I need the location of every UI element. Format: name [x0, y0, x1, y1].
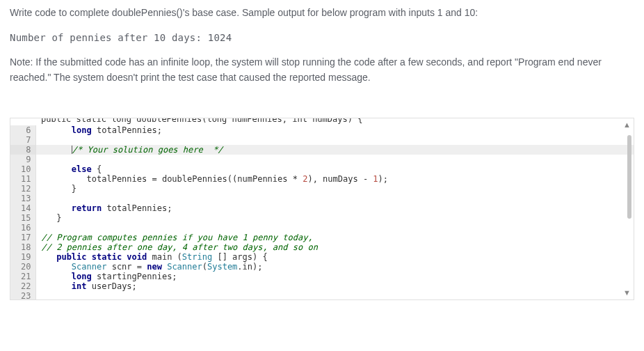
code-line[interactable]: 20 Scanner scnr = new Scanner(System.in)… — [10, 262, 634, 272]
line-content[interactable]: Scanner scnr = new Scanner(System.in); — [35, 262, 634, 272]
line-content[interactable]: public static void main (String [] args)… — [35, 252, 634, 262]
code-line[interactable]: 8 /* Your solution goes here */ — [10, 145, 634, 155]
line-number: 14 — [10, 203, 35, 213]
line-content[interactable] — [35, 155, 634, 164]
code-line[interactable]: 21 long startingPennies; — [10, 272, 634, 281]
line-number: 7 — [10, 135, 35, 145]
code-token: [] args) { — [217, 252, 267, 262]
line-content[interactable]: return totalPennies; — [35, 203, 634, 213]
code-token: long — [72, 272, 92, 281]
code-token: 1 — [373, 174, 378, 184]
line-content[interactable]: /* Your solution goes here */ — [35, 145, 634, 155]
code-token: main — [152, 252, 172, 262]
code-line[interactable]: 18// 2 pennies after one day, 4 after tw… — [10, 242, 634, 252]
line-content[interactable] — [35, 291, 634, 299]
line-number: 20 — [10, 262, 35, 272]
line-number: 16 — [10, 223, 35, 233]
line-number: 23 — [10, 291, 35, 299]
code-line[interactable]: 13 — [10, 194, 634, 203]
line-content[interactable]: long startingPennies; — [35, 272, 634, 281]
note-text: Note: If the submitted code has an infin… — [10, 55, 634, 85]
line-number: 18 — [10, 242, 35, 252]
code-token: } — [72, 184, 77, 194]
code-line[interactable]: 9 — [10, 155, 634, 164]
chevron-down-icon: ▼ — [623, 287, 631, 299]
code-editor[interactable]: public static long doublePennies(long nu… — [10, 118, 634, 300]
line-content[interactable]: totalPennies = doublePennies((numPennies… — [35, 174, 634, 184]
code-token: ), numDays - — [307, 174, 373, 184]
code-token: totalPennies; — [106, 203, 172, 213]
scrollbar-thumb[interactable] — [627, 135, 631, 219]
line-number: 12 — [10, 184, 35, 194]
line-number: 22 — [10, 281, 35, 291]
line-number: 6 — [10, 125, 35, 135]
code-token: userDays; — [92, 281, 137, 291]
scrollbar-track[interactable] — [627, 131, 631, 287]
code-token: ); — [378, 174, 388, 184]
code-line[interactable]: 22 int userDays; — [10, 281, 634, 291]
code-token: startingPennies; — [97, 272, 177, 281]
line-number: 9 — [10, 155, 35, 164]
code-lines[interactable]: 6 long totalPennies;78 /* Your solution … — [10, 125, 634, 299]
code-token: { — [97, 164, 102, 174]
editor-viewport[interactable]: public static long doublePennies(long nu… — [10, 118, 634, 299]
line-content[interactable] — [35, 194, 634, 203]
line-content[interactable] — [35, 135, 634, 145]
line-number: 11 — [10, 174, 35, 184]
code-token: // 2 pennies after one day, 4 after two … — [42, 242, 318, 252]
line-content[interactable]: // 2 pennies after one day, 4 after two … — [35, 242, 634, 252]
code-line[interactable]: 17// Program computes pennies if you hav… — [10, 233, 634, 242]
line-number: 21 — [10, 272, 35, 281]
code-token: Scanner — [72, 262, 107, 272]
code-token: scnr = — [112, 262, 147, 272]
line-content[interactable]: } — [35, 213, 634, 223]
code-line[interactable]: 23 — [10, 291, 634, 299]
code-token: } — [56, 213, 61, 223]
line-content[interactable] — [35, 223, 634, 233]
scroll-up-arrow[interactable]: ▲ — [622, 120, 632, 130]
code-line[interactable]: 14 return totalPennies; — [10, 203, 634, 213]
problem-description: Write code to complete doublePennies()'s… — [10, 6, 634, 21]
code-token: int — [72, 281, 87, 291]
scroll-down-arrow[interactable]: ▼ — [622, 288, 632, 298]
line-number: 15 — [10, 213, 35, 223]
code-token: Scanner — [167, 262, 202, 272]
line-content[interactable]: long totalPennies; — [35, 125, 634, 135]
line-content[interactable]: else { — [35, 164, 634, 174]
code-token: totalPennies; — [97, 125, 162, 135]
line-number: 10 — [10, 164, 35, 174]
code-line[interactable]: 6 long totalPennies; — [10, 125, 634, 135]
code-line[interactable]: 11 totalPennies = doublePennies((numPenn… — [10, 174, 634, 184]
line-number: 8 — [10, 145, 35, 155]
code-token: new — [147, 262, 162, 272]
code-line[interactable]: 16 — [10, 223, 634, 233]
problem-note: Note: If the submitted code has an infin… — [10, 55, 634, 85]
code-token: .in); — [237, 262, 262, 272]
code-line[interactable]: 7 — [10, 135, 634, 145]
code-token: String — [182, 252, 212, 262]
line-content[interactable]: int userDays; — [35, 281, 634, 291]
code-token: return — [72, 203, 102, 213]
code-token: long — [72, 125, 92, 135]
line-number: 17 — [10, 233, 35, 242]
code-line[interactable]: 12 } — [10, 184, 634, 194]
code-line[interactable]: 19 public static void main (String [] ar… — [10, 252, 634, 262]
code-token: // Program computes pennies if you have … — [42, 233, 313, 242]
code-token: System — [207, 262, 237, 272]
code-token: else — [72, 164, 92, 174]
line-number: 13 — [10, 194, 35, 203]
code-token: totalPennies = doublePennies((numPennies… — [87, 174, 303, 184]
chevron-up-icon: ▲ — [623, 119, 631, 131]
line-content[interactable]: // Program computes pennies if you have … — [35, 233, 634, 242]
code-token: /* Your solution goes here */ — [72, 145, 223, 155]
code-token: ( — [202, 262, 207, 272]
prompt-text: Write code to complete doublePennies()'s… — [10, 6, 634, 21]
code-token: public static void — [56, 252, 147, 262]
sample-output: Number of pennies after 10 days: 1024 — [10, 31, 634, 46]
clipped-previous-line: public static long doublePennies(long nu… — [10, 118, 634, 125]
code-token: ( — [177, 252, 182, 262]
code-line[interactable]: 10 else { — [10, 164, 634, 174]
code-line[interactable]: 15 } — [10, 213, 634, 223]
line-content[interactable]: } — [35, 184, 634, 194]
line-number: 19 — [10, 252, 35, 262]
